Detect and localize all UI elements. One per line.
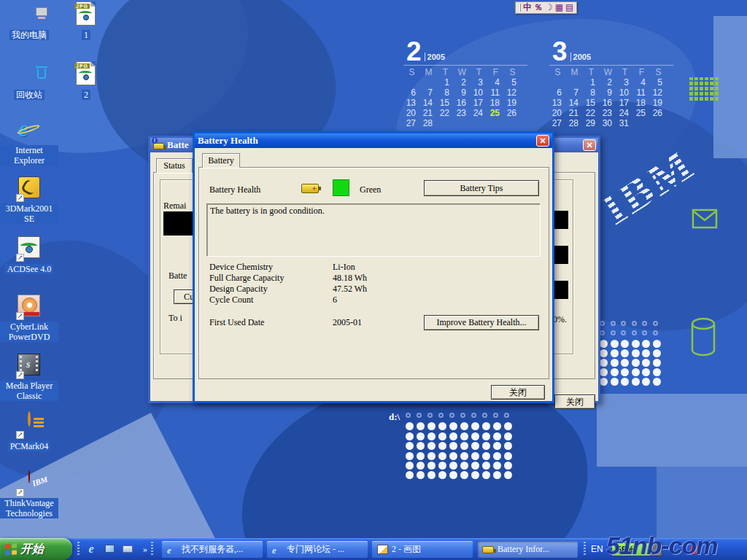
start-button[interactable]: 开始 <box>0 538 72 560</box>
calendar-date-cell: 22 <box>437 108 454 118</box>
improve-battery-health-button[interactable]: Improve Battery Health... <box>424 315 539 330</box>
calendar-date-cell: 4 <box>487 77 504 88</box>
desktop-icon-label: 1 <box>82 30 90 40</box>
start-button-label: 开始 <box>20 542 44 557</box>
calendar-date-cell <box>454 118 471 128</box>
first-used-value: 2005-01 <box>333 317 362 328</box>
calendar-date-cell: 27 <box>403 118 420 128</box>
calendar-day-header: T <box>471 67 487 77</box>
task-label: 2 - 画图 <box>392 543 421 556</box>
calendar-date-cell <box>633 118 650 128</box>
taskbar-task-2[interactable]: e专门网论坛 - ... <box>267 541 368 558</box>
toolbar-grip-handle[interactable] <box>77 542 80 556</box>
calendar-date-cell: 21 <box>566 108 583 118</box>
desktop-icon-label: 回收站 <box>14 90 44 100</box>
calendar-date-cell <box>566 77 583 88</box>
calendar-date-cell: 20 <box>549 108 566 118</box>
calendar-date-cell: 10 <box>616 88 633 98</box>
ime-options-icon[interactable]: ▤ <box>565 2 573 13</box>
windows-flag-icon <box>5 543 17 555</box>
outlook-quick-icon[interactable] <box>121 542 134 556</box>
ime-grip-handle[interactable] <box>519 4 521 12</box>
desktop-icon-my-computer[interactable]: 我的电脑 <box>0 1 58 41</box>
calendar-date-cell: 8 <box>437 88 454 98</box>
desktop-icon-ie[interactable]: eInternet Explorer <box>0 117 58 166</box>
desktop-icon-powerdvd[interactable]: ↗CyberLink PowerDVD <box>0 294 58 343</box>
window-title: Batte <box>167 139 189 150</box>
battery-health-titlebar[interactable]: Battery Health ✕ <box>195 133 552 148</box>
taskbar-task-4[interactable]: Battery Infor... <box>477 541 578 558</box>
toolbar-grip-handle[interactable] <box>151 542 153 556</box>
calendar-date-cell: 1 <box>583 77 600 88</box>
calendar-date-cell: 17 <box>616 98 633 108</box>
field-label: Device Chemistry <box>209 262 273 273</box>
ime-language-bar[interactable]: 中％☽▦▤ <box>515 1 577 14</box>
close-icon[interactable]: ✕ <box>583 139 596 151</box>
shortcut-arrow-icon: ↗ <box>16 489 24 497</box>
calendar-date-cell: 4 <box>633 77 650 88</box>
pcmark-icon <box>28 411 31 427</box>
close-button[interactable]: 关闭 <box>554 394 595 409</box>
ie-quick-icon[interactable]: e <box>85 542 98 556</box>
calendar-date-cell: 24 <box>616 108 633 118</box>
desktop-icon-label: PCMark04 <box>8 441 51 451</box>
calendar-date-cell <box>420 77 437 88</box>
calendar-date-cell: 9 <box>454 88 471 98</box>
calendar-date-cell: 25 <box>633 108 650 118</box>
drive-label: d:\ <box>389 411 400 423</box>
tab-status[interactable]: Status <box>156 158 193 173</box>
calendar-date-cell: 29 <box>583 118 600 128</box>
calendar-day-header: T <box>583 67 600 77</box>
field-value: 47.52 Wh <box>333 284 367 295</box>
jpg-file-icon: JPG <box>76 1 96 26</box>
language-indicator[interactable]: EN <box>591 544 603 554</box>
battery-icon: + <box>301 184 319 193</box>
dot-grid-wallpaper <box>406 413 515 481</box>
tab-battery[interactable]: Battery <box>202 153 240 168</box>
field-value: 48.18 Wh <box>333 273 367 284</box>
calendar-date-cell: 14 <box>420 98 437 108</box>
calendar-month-number: 3 <box>552 41 568 63</box>
calendar-date-cell: 26 <box>650 108 667 118</box>
desktop-icon-recycle-bin[interactable]: 回收站 <box>0 61 58 101</box>
grid-icon <box>689 77 720 101</box>
task-label: 专门网论坛 - ... <box>287 543 344 556</box>
desktop-icon-thinkvantage[interactable]: IBM↗ThinkVantage Technologies <box>0 470 58 519</box>
desktop-icon-3dmark[interactable]: ↗3DMark2001 SE <box>0 176 58 225</box>
taskbar-task-1[interactable]: e找不到服务器,... <box>162 541 263 558</box>
desktop: IBM 22005SMTWTFS123456789101112131415161… <box>0 0 747 560</box>
toolbar-overflow-chevron[interactable]: » <box>139 542 152 556</box>
dot-grid-wallpaper <box>600 321 663 387</box>
calendar-date-cell: 18 <box>487 98 504 108</box>
battery-field-row: Cycle Count6 <box>199 295 549 306</box>
desktop-quick-icon[interactable] <box>103 542 116 556</box>
calendar-date-cell: 2 <box>454 77 471 88</box>
desktop-icon-acdsee[interactable]: ↗ACDSee 4.0 <box>0 236 58 275</box>
battery-health-dialog: Battery Health ✕ Battery Battery Health … <box>193 131 554 403</box>
desktop-icon-jpg-2[interactable]: JPG2 <box>57 61 115 101</box>
soft-keyboard-icon[interactable]: ▦ <box>555 2 563 13</box>
close-button[interactable]: 关闭 <box>491 385 545 400</box>
close-icon[interactable]: ✕ <box>536 135 549 147</box>
desktop-icon-mpc[interactable]: s↗Media Player Classic <box>0 353 58 402</box>
calendar-day-header: S <box>549 67 566 77</box>
thinkvantage-icon: IBM <box>28 470 30 483</box>
battery-tips-button[interactable]: Battery Tips <box>424 180 539 196</box>
calendar-day-header: S <box>403 67 420 77</box>
calendar-march-2005: 32005SMTWTFS1234567891011121314151617181… <box>549 38 673 128</box>
jpg-file-icon: JPG <box>76 61 96 85</box>
desktop-icon-jpg-1[interactable]: JPG1 <box>57 1 115 41</box>
punctuation-toggle-icon[interactable]: ☽ <box>545 2 553 13</box>
desktop-icon-pcmark[interactable]: ↗PCMark04 <box>0 413 58 452</box>
calendar-date-cell: 3 <box>616 77 633 88</box>
battery-icon <box>482 546 494 553</box>
taskbar-task-3[interactable]: 2 - 画图 <box>372 541 473 558</box>
battery-field-row: Full Charge Capacity48.18 Wh <box>199 273 549 284</box>
calendar-day-header: T <box>437 67 454 77</box>
calendar-day-header: F <box>633 67 650 77</box>
calendar-year: 2005 <box>425 52 445 61</box>
desktop-icon-label: ThinkVantage Technologies <box>0 498 58 518</box>
shortcut-arrow-icon: ↗ <box>16 371 24 379</box>
chinese-input-mode-icon[interactable]: 中 <box>523 2 532 13</box>
fullwidth-toggle-icon[interactable]: ％ <box>534 2 543 13</box>
